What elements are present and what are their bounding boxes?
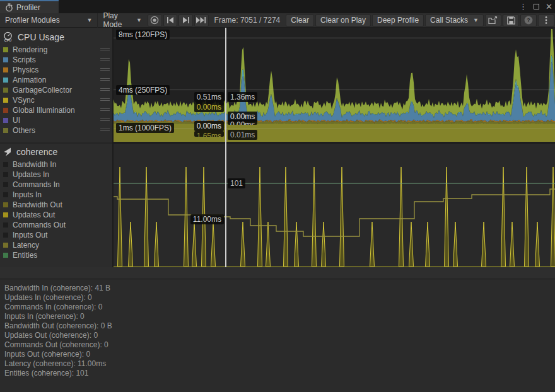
clear-on-play-button[interactable]: Clear on Play — [315, 14, 371, 26]
chevron-down-icon: ▼ — [136, 18, 142, 23]
module-legend-cpu-usage: RenderingScriptsPhysicsAnimationGarbageC… — [0, 45, 112, 135]
tab-profiler[interactable]: Profiler — [0, 0, 59, 13]
entities-value-label: 101 — [228, 178, 245, 188]
legend-item-others[interactable]: Others — [0, 125, 112, 135]
call-stacks-button[interactable]: Call Stacks ▼ — [425, 14, 484, 26]
legend-item-entities[interactable]: Entities — [0, 250, 112, 260]
legend-label: GarbageCollector — [13, 86, 72, 95]
save-floppy-icon — [507, 16, 515, 25]
play-mode-dropdown[interactable]: Play Mode ▼ — [98, 13, 147, 28]
legend-item-scripts[interactable]: Scripts — [0, 55, 112, 65]
legend-label: Animation — [13, 76, 46, 84]
stat-line: Bandwidth In (coherence): 41 B — [4, 284, 555, 293]
legend-item-inputs-out[interactable]: Inputs Out — [0, 230, 112, 240]
frame-value-label: 1.36ms — [228, 92, 257, 102]
legend-label: Latency — [13, 241, 39, 250]
deep-profile-button[interactable]: Deep Profile — [372, 14, 424, 26]
window-menu-icon[interactable]: ⋮ — [519, 2, 527, 11]
record-icon — [150, 16, 159, 25]
legend-item-updates-out[interactable]: Updates Out — [0, 210, 112, 220]
maximize-icon[interactable] — [534, 4, 539, 9]
folder-open-icon — [488, 16, 498, 25]
chart-area: 8ms (120FPS)4ms (250FPS)1ms (1000FPS)0.5… — [114, 28, 555, 267]
drag-handle-icon[interactable] — [100, 118, 110, 122]
legend-label: Global Illumination — [13, 106, 75, 115]
frame-counter: Frame: 7051 / 7274 — [209, 16, 286, 25]
legend-item-bandwidth-out[interactable]: Bandwidth Out — [0, 200, 112, 210]
profiler-modules-dropdown[interactable]: Profiler Modules ▼ — [0, 13, 98, 28]
cpu-usage-chart[interactable]: 8ms (120FPS)4ms (250FPS)1ms (1000FPS)0.5… — [114, 28, 555, 142]
legend-label: Rendering — [13, 45, 47, 54]
legend-item-garbagecollector[interactable]: GarbageCollector — [0, 85, 112, 95]
stat-line: Updates In (coherence): 0 — [4, 293, 555, 303]
help-button[interactable]: ? — [520, 14, 537, 26]
legend-label: Bandwidth Out — [13, 200, 62, 209]
save-profile-button[interactable] — [503, 14, 519, 26]
legend-item-latency[interactable]: Latency — [0, 240, 112, 250]
skip-back-icon — [166, 17, 174, 23]
legend-color-chip — [3, 233, 8, 238]
prev-frame-button[interactable] — [163, 14, 178, 26]
legend-color-chip — [3, 88, 8, 93]
drag-handle-icon[interactable] — [100, 129, 110, 132]
titlebar: Profiler ⋮ ✕ — [0, 0, 555, 13]
drag-handle-icon[interactable] — [100, 98, 110, 102]
drag-handle-icon[interactable] — [100, 68, 110, 72]
next-frame-button[interactable] — [178, 14, 193, 26]
drag-handle-icon[interactable] — [100, 48, 110, 52]
drag-handle-icon[interactable] — [100, 88, 110, 92]
legend-color-chip — [3, 67, 8, 72]
legend-item-updates-in[interactable]: Updates In — [0, 170, 112, 180]
legend-item-rendering[interactable]: Rendering — [0, 45, 112, 55]
legend-item-physics[interactable]: Physics — [0, 65, 112, 75]
load-profile-button[interactable] — [485, 14, 501, 26]
clear-button[interactable]: Clear — [286, 14, 314, 26]
gridline-label: 4ms (250FPS) — [116, 85, 170, 95]
step-forward-icon — [182, 17, 190, 23]
close-icon[interactable]: ✕ — [546, 2, 552, 11]
context-menu-button[interactable] — [538, 14, 554, 26]
legend-color-chip — [3, 212, 8, 217]
drag-handle-icon[interactable] — [100, 58, 110, 62]
stopwatch-icon — [5, 3, 13, 12]
profiler-content: CPUCPU UsageRenderingScriptsPhysicsAnima… — [0, 28, 555, 267]
legend-item-commands-out[interactable]: Commands Out — [0, 220, 112, 230]
play-mode-label: Play Mode — [103, 11, 132, 29]
module-header-coherence[interactable]: coherence — [0, 143, 112, 159]
legend-item-inputs-in[interactable]: Inputs In — [0, 190, 112, 200]
module-legend-coherence: Bandwidth InUpdates InCommands InInputs … — [0, 159, 112, 260]
legend-item-animation[interactable]: Animation — [0, 75, 112, 85]
legend-color-chip — [3, 78, 8, 83]
frame-value-label: 0.00ms — [194, 121, 224, 131]
toolbar: Profiler Modules ▼ Play Mode ▼ — [0, 13, 555, 28]
legend-color-chip — [3, 172, 8, 177]
legend-label: Bandwidth In — [13, 160, 56, 169]
legend-label: Entities — [13, 251, 37, 260]
stat-line: Latency (coherence): 11.00ms — [4, 359, 555, 369]
legend-item-ui[interactable]: UI — [0, 115, 112, 125]
current-frame-button[interactable] — [194, 14, 209, 26]
module-header-cpu-usage[interactable]: CPUCPU Usage — [0, 28, 112, 45]
coherence-chart[interactable]: 10111.00ms — [114, 144, 555, 267]
legend-label: Commands In — [13, 180, 60, 189]
frame-value-label: 0.00ms — [194, 102, 224, 112]
drag-handle-icon[interactable] — [100, 78, 110, 82]
bottom-strip — [0, 267, 555, 279]
selected-frame-line[interactable] — [225, 28, 226, 267]
frame-value-label: 0.51ms — [194, 92, 224, 102]
legend-item-commands-in[interactable]: Commands In — [0, 180, 112, 190]
stat-line: Updates Out (coherence): 0 — [4, 331, 555, 340]
help-icon: ? — [524, 16, 533, 25]
frame-value-label: 0.00ms — [228, 120, 257, 125]
coherence-plot — [114, 144, 555, 267]
module-title: coherence — [16, 147, 57, 157]
legend-item-bandwidth-in[interactable]: Bandwidth In — [0, 159, 112, 170]
legend-color-chip — [3, 253, 8, 258]
legend-item-vsync[interactable]: VSync — [0, 95, 112, 105]
drag-handle-icon[interactable] — [100, 108, 110, 112]
legend-item-global-illumination[interactable]: Global Illumination — [0, 105, 112, 115]
modules-sidebar: CPUCPU UsageRenderingScriptsPhysicsAnima… — [0, 28, 112, 267]
chevron-down-icon: ▼ — [87, 18, 93, 23]
legend-color-chip — [3, 192, 8, 197]
record-button[interactable] — [148, 14, 162, 26]
